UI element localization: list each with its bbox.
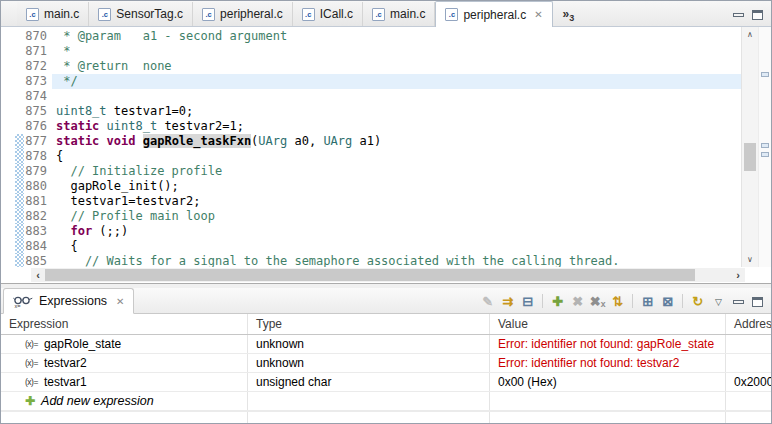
pin-view-icon[interactable]: ⊠ [659, 293, 676, 309]
code-line-871[interactable]: 871 * [1, 44, 741, 59]
code-line-text[interactable]: uint8_t testvar1=0; [52, 104, 741, 119]
expression-type-cell[interactable]: unknown [248, 354, 490, 372]
editor-tab-ICall.c[interactable]: .cICall.c [293, 2, 363, 26]
code-text-area[interactable]: 870 * @param a1 - second argument871 *87… [1, 27, 741, 267]
breakpoint-margin[interactable] [1, 179, 15, 194]
code-line-text[interactable]: testvar1=testvar2; [52, 194, 741, 209]
code-line-877[interactable]: 877static void gapRole_taskFxn(UArg a0, … [1, 134, 741, 149]
code-line-text[interactable]: // Profile main loop [52, 209, 741, 224]
expression-value-cell[interactable]: Error: identifier not found: testvar2 [490, 354, 726, 372]
vertical-scrollbar[interactable]: ∧ ∨ [741, 27, 758, 267]
tab-overflow-button[interactable]: »3 [553, 7, 583, 26]
reevaluate-expressions-icon[interactable]: ⇅ [609, 293, 626, 309]
code-line-874[interactable]: 874 [1, 89, 741, 104]
vertical-scroll-thumb[interactable] [744, 143, 756, 171]
show-logical-structure-icon[interactable]: ⇉ [499, 293, 516, 309]
breakpoint-margin[interactable] [1, 104, 15, 119]
column-header-type[interactable]: Type [248, 314, 490, 334]
horizontal-scrollbar[interactable]: ‹ › [31, 268, 745, 282]
scroll-right-icon[interactable]: › [731, 269, 745, 282]
expression-name-cell[interactable]: (x)=testvar2 [1, 354, 248, 372]
code-line-878[interactable]: 878{ [1, 149, 741, 164]
breakpoint-margin[interactable] [1, 119, 15, 134]
breakpoint-margin[interactable] [1, 89, 15, 104]
horizontal-scroll-thumb[interactable] [45, 269, 695, 281]
code-line-872[interactable]: 872 * @return none [1, 59, 741, 74]
code-line-873[interactable]: 873 */ [1, 74, 741, 89]
breakpoint-margin[interactable] [1, 239, 15, 254]
editor-tab-main.c[interactable]: .cmain.c [363, 2, 435, 26]
refresh-icon[interactable]: ↻ [689, 293, 706, 309]
code-line-885[interactable]: 885 // Waits for a signal to the semapho… [1, 254, 741, 267]
code-line-text[interactable]: static uint8_t testvar2=1; [52, 119, 741, 134]
close-tab-icon[interactable]: ✕ [534, 9, 542, 20]
code-line-text[interactable]: // Waits for a signal to the semaphore a… [52, 254, 741, 267]
code-line-882[interactable]: 882 // Profile main loop [1, 209, 741, 224]
breakpoint-margin[interactable] [1, 149, 15, 164]
breakpoint-margin[interactable] [1, 194, 15, 209]
breakpoint-margin[interactable] [1, 44, 15, 59]
minimize-panel-icon[interactable] [733, 300, 744, 304]
tab-expressions[interactable]: x= Expressions ✕ [3, 288, 134, 314]
minimize-editor-icon[interactable] [733, 13, 744, 17]
remove-all-expressions-icon[interactable]: ✖ₓ [589, 293, 606, 309]
annotation-marker[interactable] [761, 152, 769, 157]
breakpoint-margin[interactable] [1, 209, 15, 224]
editor-tab-peripheral.c[interactable]: .cperipheral.c✕ [435, 1, 552, 27]
code-line-884[interactable]: 884 { [1, 239, 741, 254]
add-expression-row[interactable]: ✚ Add new expression [1, 392, 771, 411]
breakpoint-margin[interactable] [1, 29, 15, 44]
expression-row-gapRole_state[interactable]: (x)=gapRole_stateunknownError: identifie… [1, 335, 771, 354]
code-line-875[interactable]: 875uint8_t testvar1=0; [1, 104, 741, 119]
code-line-879[interactable]: 879 // Initialize profile [1, 164, 741, 179]
breakpoint-margin[interactable] [1, 254, 15, 267]
breakpoint-margin[interactable] [1, 59, 15, 74]
breakpoint-margin[interactable] [1, 164, 15, 179]
code-line-text[interactable]: gapRole_init(); [52, 179, 741, 194]
annotation-marker[interactable] [761, 143, 769, 148]
remove-selected-expressions-icon[interactable]: ✖ [569, 293, 586, 309]
expression-row-testvar1[interactable]: (x)=testvar1unsigned char0x00 (Hex)0x200… [1, 373, 771, 392]
code-line-870[interactable]: 870 * @param a1 - second argument [1, 29, 741, 44]
code-line-text[interactable]: * @param a1 - second argument [52, 29, 741, 44]
expression-row-testvar2[interactable]: (x)=testvar2unknownError: identifier not… [1, 354, 771, 373]
collapse-all-icon[interactable]: ⊟ [519, 293, 536, 309]
expression-type-cell[interactable]: unsigned char [248, 373, 490, 391]
column-header-value[interactable]: Value [490, 314, 726, 334]
column-header-expression[interactable]: Expression [1, 314, 248, 334]
expression-address-cell[interactable] [726, 354, 771, 372]
code-line-text[interactable]: * [52, 44, 741, 59]
expression-name-cell[interactable]: (x)=gapRole_state [1, 335, 248, 353]
add-new-expression-icon[interactable]: ✚ [549, 293, 566, 309]
expression-address-cell[interactable] [726, 335, 771, 353]
maximize-panel-icon[interactable] [752, 297, 763, 307]
editor-tab-peripheral.c[interactable]: .cperipheral.c [193, 2, 293, 26]
code-line-text[interactable]: * @return none [52, 59, 741, 74]
expression-type-cell[interactable]: unknown [248, 335, 490, 353]
annotation-marker[interactable] [761, 72, 769, 77]
code-line-text[interactable]: { [52, 149, 741, 164]
breakpoint-margin[interactable] [1, 134, 15, 149]
code-line-text[interactable]: static void gapRole_taskFxn(UArg a0, UAr… [52, 134, 741, 149]
editor-tab-SensorTag.c[interactable]: .cSensorTag.c [89, 2, 193, 26]
code-line-text[interactable]: // Initialize profile [52, 164, 741, 179]
expression-name-cell[interactable]: (x)=testvar1 [1, 373, 248, 391]
scroll-left-icon[interactable]: ‹ [31, 269, 45, 282]
open-new-view-icon[interactable]: ⊞ [639, 293, 656, 309]
view-menu-icon[interactable]: ▽ [712, 297, 725, 307]
editor-tab-main.c[interactable]: .cmain.c [17, 2, 89, 26]
expression-value-cell[interactable]: Error: identifier not found: gapRole_sta… [490, 335, 726, 353]
code-line-876[interactable]: 876static uint8_t testvar2=1; [1, 119, 741, 134]
expression-address-cell[interactable]: 0x2000 [726, 373, 771, 391]
scroll-up-icon[interactable]: ∧ [742, 30, 758, 39]
code-line-text[interactable]: { [52, 239, 741, 254]
code-line-883[interactable]: 883 for (;;) [1, 224, 741, 239]
code-line-text[interactable]: */ [52, 74, 741, 89]
maximize-editor-icon[interactable] [752, 10, 763, 20]
show-type-names-icon[interactable]: ✎ [479, 293, 496, 309]
code-line-881[interactable]: 881 testvar1=testvar2; [1, 194, 741, 209]
code-line-text[interactable] [52, 89, 741, 104]
breakpoint-margin[interactable] [1, 74, 15, 89]
code-line-880[interactable]: 880 gapRole_init(); [1, 179, 741, 194]
expression-value-cell[interactable]: 0x00 (Hex) [490, 373, 726, 391]
